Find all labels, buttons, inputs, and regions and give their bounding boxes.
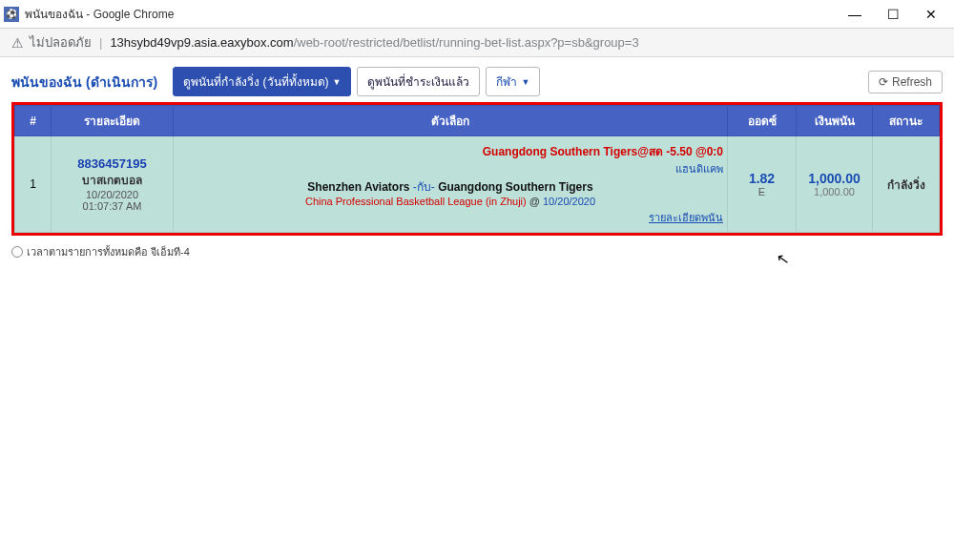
close-button[interactable]: ✕: [912, 1, 950, 28]
maximize-button[interactable]: ☐: [874, 1, 912, 28]
timezone-note: เวลาตามรายการทั้งหมดคือ จีเอ็มที-4: [11, 243, 943, 260]
favicon: ⚽: [4, 7, 19, 22]
page-title: พนันของฉัน (ดำเนินการ): [11, 72, 157, 93]
url-path: /web-root/restricted/betlist/running-bet…: [294, 35, 639, 50]
address-bar[interactable]: ⚠ ไม่ปลอดภัย | 13hsybd49vp9.asia.eaxybox…: [0, 29, 954, 57]
odds-value: 1.82: [749, 171, 775, 186]
cell-selection: Guangdong Southern Tigers@สด -5.50 @0:0 …: [174, 136, 728, 233]
stake-sub: 1,000.00: [800, 186, 868, 197]
bet-detail-link[interactable]: รายละเอียดพนัน: [177, 207, 723, 226]
window-title: พนันของฉัน - Google Chrome: [25, 5, 836, 23]
cell-odds: 1.82 E: [728, 136, 797, 233]
table-row: 1 8836457195 บาสเกตบอล 10/20/2020 01:07:…: [15, 136, 940, 233]
bet-table: # รายละเอียด ตัวเลือก ออดซ์ เงินพนัน สถา…: [14, 105, 940, 233]
match-teams: Shenzhen Aviators -กับ- Guangdong Southe…: [177, 177, 723, 196]
caret-down-icon: ▼: [521, 77, 529, 87]
refresh-icon: ⟳: [879, 75, 888, 89]
pick-label: Guangdong Southern Tigers@สด -5.50 @0:0: [483, 145, 723, 158]
cell-detail: 8836457195 บาสเกตบอล 10/20/2020 01:07:37…: [52, 136, 174, 233]
window-titlebar: ⚽ พนันของฉัน - Google Chrome — ☐ ✕: [0, 0, 954, 29]
cell-stake: 1,000.00 1,000.00: [797, 136, 873, 233]
url-host: 13hsybd49vp9.asia.eaxybox.com: [110, 35, 293, 50]
tab-running-bets[interactable]: ดูพนันที่กำลังวิ่ง (วันที่ทั้งหมด) ▼: [173, 67, 351, 96]
league-info: China Professional Basketball League (in…: [177, 196, 723, 207]
toolbar: พนันของฉัน (ดำเนินการ) ดูพนันที่กำลังวิ่…: [11, 67, 943, 96]
cell-num: 1: [15, 136, 52, 233]
th-selection: ตัวเลือก: [174, 106, 728, 136]
insecure-label: ไม่ปลอดภัย: [30, 32, 92, 52]
stake-value: 1,000.00: [808, 171, 861, 186]
caret-down-icon: ▼: [333, 77, 342, 87]
th-status: สถานะ: [873, 106, 940, 136]
radio-icon: [11, 246, 23, 258]
sport-name: บาสเกตบอล: [55, 171, 169, 189]
window-controls: — ☐ ✕: [836, 1, 950, 28]
th-detail: รายละเอียด: [52, 106, 174, 136]
bet-type-label: แฮนดิแคพ: [675, 163, 723, 175]
insecure-icon: ⚠: [11, 35, 24, 51]
refresh-button[interactable]: ⟳ Refresh: [868, 71, 943, 93]
tab-settled-bets[interactable]: ดูพนันที่ชำระเงินแล้ว: [357, 67, 480, 96]
bet-time: 01:07:37 AM: [55, 200, 169, 212]
th-stake: เงินพนัน: [797, 106, 873, 136]
minimize-button[interactable]: —: [836, 1, 874, 28]
separator: |: [99, 35, 102, 50]
bet-date: 10/20/2020: [55, 189, 169, 200]
th-num: #: [15, 106, 52, 136]
odds-type: E: [732, 186, 792, 197]
bet-id: 8836457195: [55, 156, 169, 171]
th-odds: ออดซ์: [728, 106, 797, 136]
sport-filter-button[interactable]: กีฬา ▼: [486, 67, 540, 96]
status-value: กำลังวิ่ง: [887, 178, 925, 192]
bet-table-highlight: # รายละเอียด ตัวเลือก ออดซ์ เงินพนัน สถา…: [11, 102, 943, 236]
cell-status: กำลังวิ่ง: [873, 136, 940, 233]
